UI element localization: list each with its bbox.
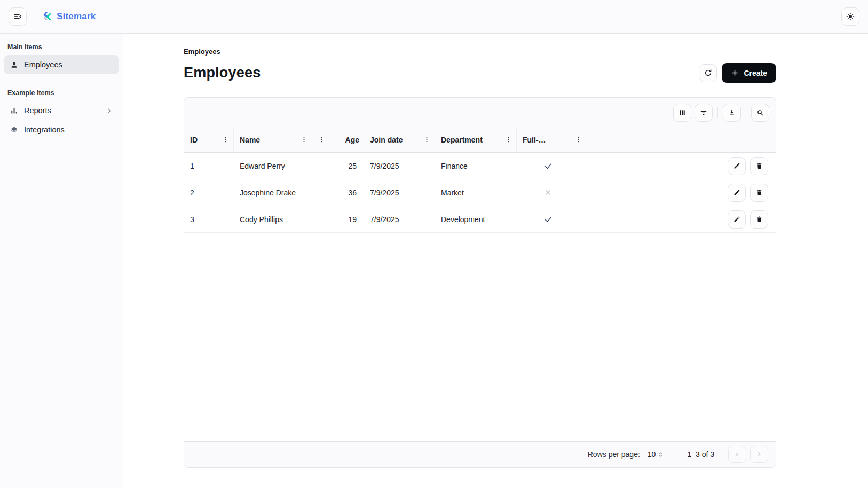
sidebar-item-integrations[interactable]: Integrations — [4, 120, 119, 139]
cell-full-time — [517, 161, 586, 171]
grid-toolbar — [184, 98, 776, 127]
sidebar-toggle-button[interactable] — [9, 7, 27, 26]
breadcrumb: Employees — [184, 48, 776, 56]
cell-name: Cody Phillips — [234, 215, 312, 224]
cell-id: 3 — [184, 215, 234, 224]
columns-button[interactable] — [673, 104, 691, 122]
brand-logo: Sitemark — [42, 11, 96, 22]
toolbar-divider — [746, 107, 746, 118]
export-icon — [728, 108, 736, 117]
search-icon — [756, 108, 764, 117]
column-label: ID — [190, 136, 198, 144]
pencil-icon — [733, 215, 741, 223]
column-menu-icon[interactable] — [505, 136, 512, 143]
rows-per-page-label: Rows per page: — [588, 450, 640, 459]
column-menu-icon[interactable] — [222, 136, 229, 143]
menu-open-icon — [13, 12, 22, 21]
layers-icon — [10, 125, 19, 135]
column-label: Department — [441, 136, 483, 144]
bar-chart-icon — [10, 106, 19, 115]
cell-department: Market — [435, 188, 517, 197]
cell-department: Finance — [435, 162, 517, 170]
trash-icon — [755, 188, 763, 196]
sidebar-section-main-items: Main items — [4, 40, 119, 55]
column-label: Age — [345, 136, 359, 144]
cross-icon — [543, 188, 553, 197]
person-icon — [10, 60, 19, 69]
cell-age: 25 — [312, 162, 364, 170]
cell-join-date: 7/9/2025 — [364, 162, 435, 170]
delete-button[interactable] — [750, 210, 768, 229]
cell-join-date: 7/9/2025 — [364, 188, 435, 197]
search-button[interactable] — [751, 104, 769, 122]
table-row[interactable]: 3 Cody Phillips 19 7/9/2025 Development — [184, 206, 776, 233]
column-header-age[interactable]: Age — [312, 127, 364, 152]
filter-button[interactable] — [695, 104, 713, 122]
sitemark-logo-icon — [42, 11, 53, 22]
plus-icon — [731, 69, 739, 77]
column-menu-icon[interactable] — [318, 136, 325, 143]
column-label: Join date — [370, 136, 403, 144]
sidebar-gap — [4, 74, 119, 86]
pagination-range: 1–3 of 3 — [687, 450, 714, 459]
cell-id: 1 — [184, 162, 234, 170]
export-button[interactable] — [723, 104, 741, 122]
row-actions — [712, 210, 776, 229]
refresh-button[interactable] — [699, 64, 717, 82]
table-row[interactable]: 2 Josephine Drake 36 7/9/2025 Market — [184, 179, 776, 206]
pencil-icon — [733, 162, 741, 170]
sidebar-item-reports[interactable]: Reports — [4, 101, 119, 120]
cell-join-date: 7/9/2025 — [364, 215, 435, 224]
cell-age: 36 — [312, 188, 364, 197]
previous-page-button[interactable] — [728, 446, 746, 463]
theme-toggle-button[interactable] — [841, 7, 859, 26]
filter-icon — [699, 108, 708, 117]
delete-button[interactable] — [750, 184, 768, 202]
edit-button[interactable] — [728, 157, 746, 175]
cell-id: 2 — [184, 188, 234, 197]
edit-button[interactable] — [728, 184, 746, 202]
column-header-name[interactable]: Name — [234, 127, 312, 152]
sidebar-item-label: Reports — [24, 106, 51, 115]
column-header-join-date[interactable]: Join date — [364, 127, 435, 152]
row-actions — [712, 184, 776, 202]
column-header-full-time[interactable]: Full-… — [517, 127, 586, 152]
check-icon — [543, 161, 553, 171]
table-row[interactable]: 1 Edward Perry 25 7/9/2025 Finance — [184, 153, 776, 179]
column-menu-icon[interactable] — [423, 136, 430, 143]
column-label: Name — [240, 136, 260, 144]
sidebar-item-label: Integrations — [24, 125, 65, 134]
data-grid: ID Name A — [184, 97, 776, 468]
rows-per-page-select[interactable]: 10 — [648, 450, 665, 459]
trash-icon — [755, 215, 763, 223]
main-content: Employees Employees — [123, 34, 868, 488]
create-button-label: Create — [744, 69, 767, 77]
grid-body: 1 Edward Perry 25 7/9/2025 Finance — [184, 153, 776, 441]
columns-icon — [678, 108, 686, 117]
chevron-right-icon — [105, 107, 113, 115]
delete-button[interactable] — [750, 157, 768, 175]
cell-age: 19 — [312, 215, 364, 224]
sidebar: Main items Employees Example items Repor… — [0, 34, 123, 488]
cell-full-time — [517, 188, 586, 197]
next-page-button[interactable] — [750, 446, 768, 463]
sidebar-section-example-items: Example items — [4, 86, 119, 101]
column-header-department[interactable]: Department — [435, 127, 517, 152]
toolbar-divider — [717, 107, 718, 118]
column-menu-icon[interactable] — [301, 136, 307, 143]
sidebar-item-label: Employees — [24, 60, 62, 69]
chevron-right-icon — [755, 451, 763, 458]
cell-name: Josephine Drake — [234, 188, 312, 197]
create-button[interactable]: Create — [722, 63, 776, 83]
cell-full-time — [517, 215, 586, 224]
spinner-icon — [657, 451, 665, 459]
grid-header-row: ID Name A — [184, 127, 776, 153]
refresh-icon — [704, 68, 713, 77]
sidebar-item-employees[interactable]: Employees — [4, 55, 119, 74]
edit-button[interactable] — [728, 210, 746, 229]
top-bar: Sitemark — [0, 0, 868, 34]
grid-footer: Rows per page: 10 1–3 of 3 — [184, 441, 776, 467]
column-menu-icon[interactable] — [575, 136, 582, 143]
column-header-id[interactable]: ID — [184, 127, 234, 152]
cell-name: Edward Perry — [234, 162, 312, 170]
